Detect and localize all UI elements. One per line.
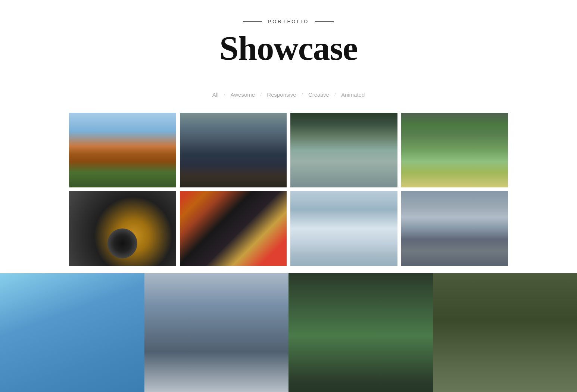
gallery-image-5 — [69, 191, 176, 266]
gallery-image-2 — [180, 113, 287, 187]
gallery-image-8 — [401, 191, 508, 266]
gallery-item-6[interactable] — [180, 191, 287, 266]
filter-creative[interactable]: Creative — [305, 91, 332, 98]
gallery-item-4[interactable] — [401, 113, 508, 187]
gallery-item-7[interactable] — [290, 191, 397, 266]
separator-3: / — [299, 91, 305, 98]
bottom-image-1[interactable] — [0, 273, 144, 392]
gallery-image-7 — [290, 191, 397, 266]
filter-awesome[interactable]: Awesome — [228, 91, 258, 98]
separator-2: / — [258, 91, 264, 98]
bottom-image-4[interactable] — [433, 273, 577, 392]
gallery-image-6 — [180, 191, 287, 266]
bottom-image-3[interactable] — [288, 273, 433, 392]
portfolio-label: PORTFOLIO — [268, 19, 309, 24]
bottom-strip — [0, 273, 577, 392]
gallery-item-8[interactable] — [401, 191, 508, 266]
gallery-image-4 — [401, 113, 508, 187]
portfolio-label-wrapper: PORTFOLIO — [0, 19, 577, 24]
right-line — [315, 21, 334, 22]
gallery-image-3 — [290, 113, 397, 187]
left-line — [243, 21, 262, 22]
page-header: PORTFOLIO Showcase — [0, 0, 577, 77]
filter-animated[interactable]: Animated — [338, 91, 368, 98]
separator-4: / — [332, 91, 338, 98]
gallery-image-1 — [69, 113, 176, 187]
filter-all[interactable]: All — [209, 91, 222, 98]
filter-responsive[interactable]: Responsive — [264, 91, 299, 98]
page-wrapper: PORTFOLIO Showcase All / Awesome / Respo… — [0, 0, 577, 392]
gallery-grid — [0, 109, 577, 270]
filter-nav: All / Awesome / Responsive / Creative / … — [0, 91, 577, 98]
separator-1: / — [221, 91, 227, 98]
gallery-item-2[interactable] — [180, 113, 287, 187]
bottom-image-2[interactable] — [144, 273, 289, 392]
page-title: Showcase — [0, 31, 577, 65]
gallery-item-5[interactable] — [69, 191, 176, 266]
gallery-item-3[interactable] — [290, 113, 397, 187]
gallery-item-1[interactable] — [69, 113, 176, 187]
